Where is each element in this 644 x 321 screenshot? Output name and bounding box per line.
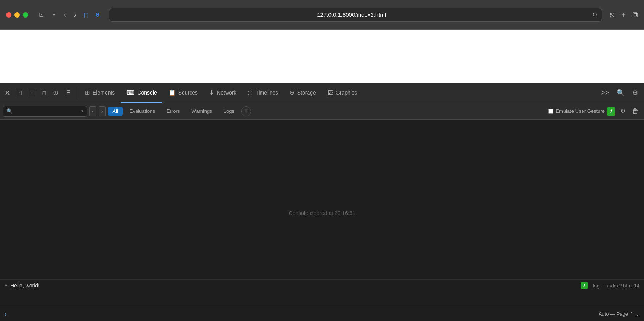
console-prompt-icon: › (5, 311, 6, 318)
maximize-button[interactable] (23, 12, 28, 18)
browser-chrome: ⊡ ▾ ‹ › ⊓ ⛨ ↻ ⎋ ＋ ⧉ (0, 0, 644, 30)
browser-controls: ⊡ ▾ ‹ › (36, 9, 78, 21)
tabs-overview-button[interactable]: ⧉ (633, 10, 638, 19)
tab-sources-label: Sources (178, 90, 198, 96)
filter-evaluations-button[interactable]: Evaluations (125, 107, 160, 116)
emulate-label: Emulate User Gesture (556, 108, 605, 114)
tab-graphics-label: Graphics (336, 90, 357, 96)
sources-icon: 📋 (168, 89, 176, 96)
tab-console[interactable]: ⌨ Console (121, 83, 162, 103)
tab-storage-label: Storage (297, 90, 316, 96)
shield-icon[interactable]: ⛨ (93, 11, 101, 19)
log-source-label: log — index2.html:14 (593, 283, 639, 289)
group-by-icon[interactable]: ≡ (241, 106, 251, 116)
dock-right-icon[interactable]: ⊟ (26, 87, 38, 99)
share-button[interactable]: ⎋ (610, 10, 614, 19)
pocket-icon[interactable]: ⊓ (83, 10, 89, 19)
more-tabs-button[interactable]: >> (598, 87, 612, 99)
log-source-icon: f (581, 282, 588, 289)
tab-elements[interactable]: ⊞ Elements (80, 83, 120, 103)
filter-errors-button[interactable]: Errors (162, 107, 184, 116)
console-icon: ⌨ (126, 89, 135, 96)
page-selector[interactable]: Auto — Page ⌃ ⌄ (599, 311, 639, 317)
console-log-entry: ⌖ Hello, world! f log — index2.html:14 (0, 279, 644, 291)
next-result-button[interactable]: › (99, 106, 106, 116)
log-text: Hello, world! (10, 282, 581, 289)
tab-network[interactable]: ⬇ Network (204, 83, 242, 103)
page-selector-chevron: ⌃ (630, 311, 634, 317)
page-selector-label: Auto — Page (599, 311, 628, 317)
address-bar-container[interactable]: ↻ (109, 8, 602, 22)
forward-button[interactable]: › (72, 10, 79, 20)
detach-icon[interactable]: ⧉ (38, 87, 49, 99)
js-log-icon: f (607, 107, 615, 116)
graphics-icon: 🖼 (327, 89, 333, 96)
webpage-area (0, 30, 644, 83)
close-devtools-button[interactable]: ✕ (2, 87, 13, 100)
filter-all-button[interactable]: All (108, 107, 122, 116)
console-search[interactable]: 🔍 ▾ (3, 106, 87, 117)
tab-graphics[interactable]: 🖼 Graphics (322, 83, 362, 103)
reload-javascript-button[interactable]: ↻ (618, 106, 628, 117)
filter-warnings-button[interactable]: Warnings (187, 107, 216, 116)
page-selector-chevron2: ⌄ (635, 311, 639, 317)
console-toolbar: 🔍 ▾ ‹ › All Evaluations Errors Warnings … (0, 103, 644, 120)
tab-timelines-label: Timelines (255, 90, 278, 96)
emulate-user-gesture-checkbox[interactable] (548, 109, 553, 114)
search-dropdown-icon[interactable]: ▾ (81, 109, 83, 114)
dropdown-arrow-icon[interactable]: ▾ (50, 10, 58, 20)
storage-icon: ⊚ (290, 89, 295, 96)
timelines-icon: ◷ (248, 89, 253, 96)
console-input[interactable] (10, 311, 595, 317)
console-output: Console cleared at 20:16:51 ⌖ Hello, wor… (0, 120, 644, 307)
minimize-button[interactable] (14, 12, 20, 18)
log-line-icon: ⌖ (5, 282, 7, 289)
console-toolbar-right: f ↻ 🗑 (607, 106, 641, 117)
back-button[interactable]: ‹ (61, 10, 69, 20)
prev-result-button[interactable]: ‹ (89, 106, 96, 116)
tab-elements-label: Elements (93, 90, 115, 96)
dock-bottom-icon[interactable]: ⊡ (14, 87, 26, 99)
tab-storage[interactable]: ⊚ Storage (284, 83, 321, 103)
tab-console-label: Console (137, 90, 157, 96)
devtools-toolbar: ✕ ⊡ ⊟ ⧉ ⊕ 🖥 ⊞ Elements ⌨ Console 📋 Sourc… (0, 83, 644, 103)
clear-console-button[interactable]: 🗑 (630, 106, 641, 117)
devtools-panel: ✕ ⊡ ⊟ ⧉ ⊕ 🖥 ⊞ Elements ⌨ Console 📋 Sourc… (0, 83, 644, 321)
traffic-lights (6, 12, 28, 18)
browser-actions: ⎋ ＋ ⧉ (610, 10, 638, 20)
tab-sources[interactable]: 📋 Sources (163, 83, 203, 103)
filter-logs-button[interactable]: Logs (219, 107, 239, 116)
emulate-user-gesture-option[interactable]: Emulate User Gesture (548, 108, 605, 114)
sidebar-toggle-icon[interactable]: ⊡ (36, 9, 47, 21)
new-tab-button[interactable]: ＋ (620, 10, 627, 20)
settings-button[interactable]: ⚙ (629, 87, 641, 99)
search-icon: 🔍 (6, 108, 13, 114)
toolbar-divider (77, 88, 77, 98)
devtools-tabs-right: >> 🔍 ⚙ (598, 87, 642, 99)
extension-icons: ⊓ ⛨ (83, 10, 101, 19)
network-icon: ⬇ (209, 89, 214, 96)
search-button[interactable]: 🔍 (614, 87, 628, 99)
console-cleared-message: Console cleared at 20:16:51 (288, 210, 355, 216)
elements-icon: ⊞ (85, 89, 90, 96)
reload-button[interactable]: ↻ (592, 11, 597, 18)
console-search-input[interactable] (14, 108, 80, 114)
tab-timelines[interactable]: ◷ Timelines (242, 83, 283, 103)
console-input-bar: › Auto — Page ⌃ ⌄ (0, 307, 644, 321)
tab-network-label: Network (217, 90, 236, 96)
address-bar[interactable] (114, 11, 589, 18)
close-button[interactable] (6, 12, 11, 18)
device-icon[interactable]: 🖥 (62, 87, 75, 99)
target-icon[interactable]: ⊕ (50, 87, 61, 99)
